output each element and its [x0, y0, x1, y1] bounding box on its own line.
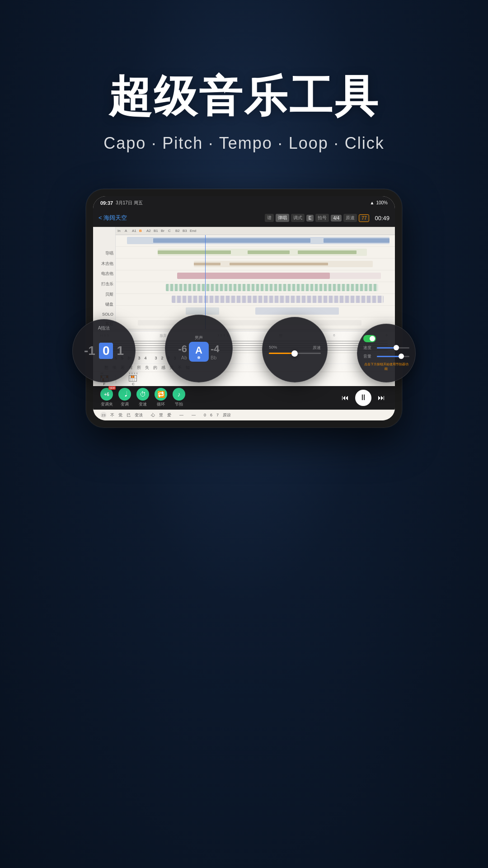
- tablet-frame: 09:37 3月17日 周五 ▲ 100% < 海阔天空 谱 弹唱 调式 E 拍…: [86, 189, 402, 428]
- status-icons: ▲ 100%: [370, 200, 388, 205]
- nav-tag-tempo[interactable]: 原速: [343, 214, 357, 222]
- tablet-screen: 09:37 3月17日 周五 ▲ 100% < 海阔天空 谱 弹唱 调式 E 拍…: [93, 196, 395, 420]
- nav-tags: 谱 弹唱 调式 E 拍号 4/4 原速 77: [265, 214, 370, 222]
- wifi-icon: ▲: [370, 200, 375, 205]
- playback-controls: ⏮ ⏸ ⏭: [339, 390, 388, 406]
- track-label-bass: 贝斯: [95, 292, 113, 297]
- timeline-header: In A A1 B A2 B1 Br C B2 B3 End: [116, 227, 395, 235]
- chord-diagram-1: xx F: [100, 372, 108, 386]
- click-icon[interactable]: ♪: [173, 388, 185, 401]
- tab-section: i i 1 1 放弃 1 1 1 1 想 6 6: [93, 331, 395, 353]
- tablet-container: 09:37 3月17日 周五 ▲ 100% < 海阔天空 谱 弹唱 调式 E 拍…: [86, 189, 402, 428]
- toolbar-tempo-btn[interactable]: ⏱ 变速: [136, 388, 149, 407]
- track-row-5: [116, 282, 395, 294]
- nav-tag-play[interactable]: 弹唱: [276, 214, 289, 222]
- tempo-icon[interactable]: ⏱: [136, 388, 149, 401]
- nav-back-button[interactable]: < 海阔天空: [99, 214, 127, 222]
- tab-staff: [100, 339, 388, 352]
- bottom-lyrics: 不 觉 已 变淡 心 里 爱 — — 0 6 7 原谅: [110, 412, 231, 418]
- nav-tag-key[interactable]: E: [306, 215, 314, 222]
- track-labels: 导唱 木吉他 电吉他 打击乐 贝斯 键盘 SOLO 其它: [93, 227, 116, 331]
- nav-tag-mode[interactable]: 调式: [291, 214, 305, 222]
- prev-button[interactable]: ⏮: [339, 392, 352, 404]
- lyrics-section: 那 5 5 5 3↑ . 3 4 3 2 2 3 2 2 0 3 2: [93, 353, 395, 363]
- nav-tag-score[interactable]: 谱: [265, 214, 274, 222]
- track-label-keys: 键盘: [95, 302, 113, 307]
- track-row-8: [116, 317, 395, 329]
- lyrics-pinyin: 愁 怅 若 有 所 失 的 感 觉 不 知: [93, 363, 395, 372]
- toolbar-click-btn[interactable]: ♪ 节拍: [173, 388, 185, 407]
- track-label-other: 其它: [95, 321, 113, 327]
- nav-bar: < 海阔天空 谱 弹唱 调式 E 拍号 4/4 原速 77 00:49: [93, 210, 395, 227]
- loop-icon[interactable]: 🔁: [155, 388, 167, 401]
- hero-section: 超级音乐工具 Capo · Pitch · Tempo · Loop · Cli…: [0, 0, 488, 180]
- capo-label: 变调夹: [101, 401, 113, 407]
- tempo-label: 变速: [139, 401, 147, 407]
- pitch-icon[interactable]: 𝅘𝅥: [118, 388, 131, 401]
- toolbar-capo-btn[interactable]: +6 变调夹: [100, 388, 113, 407]
- toolbar-pitch-btn[interactable]: 𝅘𝅥 变调: [118, 388, 131, 407]
- bottom-toolbar: +6 变调夹 𝅘𝅥 变调 ⏱ 变速 🔁 循环 ♪ 节拍: [93, 386, 395, 410]
- section-num: 23: [100, 412, 107, 418]
- track-row-1: [116, 235, 395, 247]
- track-row-4: [116, 270, 395, 282]
- waveform-area[interactable]: 导唱 木吉他 电吉他 打击乐 贝斯 键盘 SOLO 其它 In: [93, 227, 395, 331]
- track-label-drums: 打击乐: [95, 281, 113, 287]
- click-thumb-vol[interactable]: [399, 354, 404, 359]
- status-date: 3月17日 周五: [116, 200, 142, 206]
- status-time: 09:37: [100, 200, 113, 206]
- nav-tag-bpm[interactable]: 77: [359, 214, 369, 222]
- play-pause-button[interactable]: ⏸: [355, 390, 371, 406]
- track-row-3: [116, 259, 395, 270]
- track-label-solo: SOLO: [95, 312, 113, 316]
- click-label: 节拍: [175, 401, 183, 407]
- track-label-acoustic: 木吉他: [95, 261, 113, 267]
- next-button[interactable]: ⏭: [375, 392, 388, 404]
- tracks-container: In A A1 B A2 B1 Br C B2 B3 End: [116, 227, 395, 331]
- nav-tag-beat-val[interactable]: 4/4: [331, 215, 342, 222]
- battery-icon: 100%: [376, 200, 388, 205]
- lyrics-text: 那 5 5 5 3↑ . 3 4 3 2 2 3 2 2 0 3 2: [100, 355, 208, 361]
- track-label-electric: 电吉他: [95, 271, 113, 277]
- chord-row: Am⁷ Fsus2: [116, 329, 395, 331]
- nav-tag-beat[interactable]: 拍号: [315, 214, 329, 222]
- lyrics-chars: 愁 怅 若 有 所 失 的 感 觉 不 知: [100, 365, 190, 371]
- waveform-tracks: [116, 235, 395, 329]
- chord-diagram-2: x x x x C: [129, 372, 138, 386]
- playhead: [205, 235, 206, 329]
- subtitle: Capo · Pitch · Tempo · Loop · Click: [0, 134, 488, 153]
- track-row-7: [116, 306, 395, 317]
- track-label-guide: 导唱: [95, 250, 113, 256]
- status-bar: 09:37 3月17日 周五 ▲ 100%: [93, 196, 395, 210]
- tab-numbers-top: i i 1 1 放弃 1 1 1 1 想 6 6: [100, 333, 388, 338]
- nav-timer: 00:49: [375, 215, 389, 222]
- loop-label: 循环: [157, 401, 165, 407]
- toolbar-loop-btn[interactable]: 🔁 循环: [155, 388, 167, 407]
- track-row-6: [116, 294, 395, 306]
- chord-diagrams-section: xx F x x x x: [93, 372, 395, 386]
- pitch-label: 变调: [121, 401, 129, 407]
- main-title: 超级音乐工具: [0, 72, 488, 120]
- track-row-2: [116, 247, 395, 259]
- capo-icon[interactable]: +6: [100, 388, 113, 401]
- lyrics-bottom: 23 不 觉 已 变淡 心 里 爱 — — 0 6 7 原谅: [93, 410, 395, 420]
